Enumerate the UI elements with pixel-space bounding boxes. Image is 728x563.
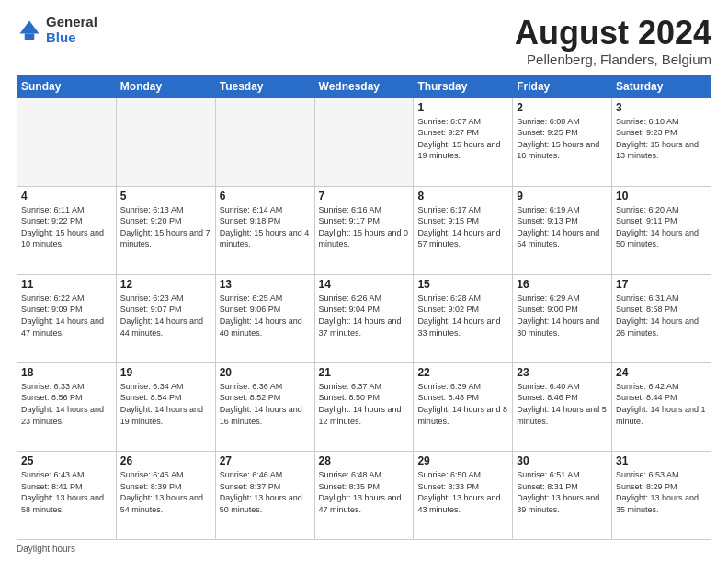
calendar-day-cell: 11Sunrise: 6:22 AM Sunset: 9:09 PM Dayli… (17, 274, 117, 362)
day-number: 27 (220, 454, 311, 467)
title-section: August 2024 Pellenberg, Flanders, Belgiu… (515, 15, 711, 67)
day-of-week-header: Saturday (612, 75, 711, 98)
calendar-day-cell: 31Sunrise: 6:53 AM Sunset: 8:29 PM Dayli… (612, 451, 711, 539)
day-info: Sunrise: 6:20 AM Sunset: 9:11 PM Dayligh… (616, 204, 707, 250)
day-info: Sunrise: 6:48 AM Sunset: 8:35 PM Dayligh… (319, 469, 410, 515)
day-number: 25 (21, 454, 112, 467)
calendar-day-cell: 1Sunrise: 6:07 AM Sunset: 9:27 PM Daylig… (414, 98, 513, 186)
svg-marker-0 (20, 20, 40, 33)
calendar-day-cell: 17Sunrise: 6:31 AM Sunset: 8:58 PM Dayli… (612, 274, 711, 362)
day-info: Sunrise: 6:28 AM Sunset: 9:02 PM Dayligh… (417, 293, 508, 339)
calendar-day-cell (116, 98, 215, 186)
day-number: 24 (616, 366, 707, 379)
day-info: Sunrise: 6:26 AM Sunset: 9:04 PM Dayligh… (319, 293, 410, 339)
calendar-day-cell: 9Sunrise: 6:19 AM Sunset: 9:13 PM Daylig… (513, 186, 612, 274)
calendar-day-cell: 30Sunrise: 6:51 AM Sunset: 8:31 PM Dayli… (513, 451, 612, 539)
calendar-week-row: 4Sunrise: 6:11 AM Sunset: 9:22 PM Daylig… (17, 186, 711, 274)
calendar-day-cell: 7Sunrise: 6:16 AM Sunset: 9:17 PM Daylig… (314, 186, 414, 274)
day-number: 23 (517, 366, 608, 379)
day-number: 3 (616, 101, 707, 114)
page: General Blue August 2024 Pellenberg, Fla… (0, 0, 728, 563)
top-section: General Blue August 2024 Pellenberg, Fla… (17, 15, 711, 67)
calendar-title: August 2024 (515, 15, 711, 52)
day-info: Sunrise: 6:51 AM Sunset: 8:31 PM Dayligh… (517, 469, 608, 515)
day-number: 5 (120, 190, 211, 202)
logo-general-text: General (46, 15, 97, 30)
calendar-day-cell: 23Sunrise: 6:40 AM Sunset: 8:46 PM Dayli… (513, 362, 612, 451)
calendar-day-cell: 19Sunrise: 6:34 AM Sunset: 8:54 PM Dayli… (116, 362, 215, 451)
calendar-header-row: SundayMondayTuesdayWednesdayThursdayFrid… (17, 75, 711, 98)
day-number: 1 (417, 101, 508, 114)
day-info: Sunrise: 6:31 AM Sunset: 8:58 PM Dayligh… (616, 293, 707, 339)
day-number: 26 (120, 454, 211, 467)
day-info: Sunrise: 6:22 AM Sunset: 9:09 PM Dayligh… (21, 293, 112, 339)
day-number: 6 (220, 190, 311, 202)
day-info: Sunrise: 6:08 AM Sunset: 9:25 PM Dayligh… (517, 116, 608, 162)
day-number: 18 (21, 366, 112, 379)
calendar-day-cell: 6Sunrise: 6:14 AM Sunset: 9:18 PM Daylig… (215, 186, 314, 274)
calendar-day-cell (215, 98, 314, 186)
day-info: Sunrise: 6:37 AM Sunset: 8:50 PM Dayligh… (319, 381, 410, 427)
calendar-day-cell: 28Sunrise: 6:48 AM Sunset: 8:35 PM Dayli… (314, 451, 414, 539)
calendar-week-row: 1Sunrise: 6:07 AM Sunset: 9:27 PM Daylig… (17, 98, 711, 186)
day-number: 21 (319, 366, 410, 379)
day-number: 17 (616, 278, 707, 291)
day-number: 22 (417, 366, 508, 379)
day-info: Sunrise: 6:16 AM Sunset: 9:17 PM Dayligh… (319, 204, 410, 250)
day-info: Sunrise: 6:33 AM Sunset: 8:56 PM Dayligh… (21, 381, 112, 427)
day-info: Sunrise: 6:34 AM Sunset: 8:54 PM Dayligh… (120, 381, 211, 427)
svg-rect-1 (25, 33, 35, 40)
calendar-day-cell: 5Sunrise: 6:13 AM Sunset: 9:20 PM Daylig… (116, 186, 215, 274)
calendar-day-cell: 3Sunrise: 6:10 AM Sunset: 9:23 PM Daylig… (612, 98, 711, 186)
calendar-day-cell: 20Sunrise: 6:36 AM Sunset: 8:52 PM Dayli… (215, 362, 314, 451)
calendar-day-cell: 15Sunrise: 6:28 AM Sunset: 9:02 PM Dayli… (414, 274, 513, 362)
logo: General Blue (17, 15, 97, 45)
calendar-day-cell (314, 98, 414, 186)
day-number: 13 (220, 278, 311, 291)
day-info: Sunrise: 6:07 AM Sunset: 9:27 PM Dayligh… (417, 116, 508, 162)
day-of-week-header: Thursday (414, 75, 513, 98)
day-info: Sunrise: 6:43 AM Sunset: 8:41 PM Dayligh… (21, 469, 112, 515)
day-info: Sunrise: 6:46 AM Sunset: 8:37 PM Dayligh… (220, 469, 311, 515)
calendar-table: SundayMondayTuesdayWednesdayThursdayFrid… (17, 75, 711, 540)
day-info: Sunrise: 6:42 AM Sunset: 8:44 PM Dayligh… (616, 381, 707, 427)
day-info: Sunrise: 6:11 AM Sunset: 9:22 PM Dayligh… (21, 204, 112, 250)
calendar-week-row: 18Sunrise: 6:33 AM Sunset: 8:56 PM Dayli… (17, 362, 711, 451)
day-of-week-header: Sunday (17, 75, 117, 98)
day-info: Sunrise: 6:14 AM Sunset: 9:18 PM Dayligh… (220, 204, 311, 250)
day-number: 31 (616, 454, 707, 467)
day-number: 19 (120, 366, 211, 379)
day-info: Sunrise: 6:50 AM Sunset: 8:33 PM Dayligh… (417, 469, 508, 515)
calendar-day-cell: 18Sunrise: 6:33 AM Sunset: 8:56 PM Dayli… (17, 362, 117, 451)
calendar-day-cell: 10Sunrise: 6:20 AM Sunset: 9:11 PM Dayli… (612, 186, 711, 274)
calendar-day-cell: 21Sunrise: 6:37 AM Sunset: 8:50 PM Dayli… (314, 362, 414, 451)
day-info: Sunrise: 6:29 AM Sunset: 9:00 PM Dayligh… (517, 293, 608, 339)
day-number: 2 (517, 101, 608, 114)
day-of-week-header: Friday (513, 75, 612, 98)
calendar-day-cell: 2Sunrise: 6:08 AM Sunset: 9:25 PM Daylig… (513, 98, 612, 186)
day-info: Sunrise: 6:36 AM Sunset: 8:52 PM Dayligh… (220, 381, 311, 427)
day-number: 10 (616, 190, 707, 202)
logo-blue-text: Blue (46, 30, 97, 46)
calendar-day-cell: 22Sunrise: 6:39 AM Sunset: 8:48 PM Dayli… (414, 362, 513, 451)
day-number: 9 (517, 190, 608, 202)
calendar-day-cell: 8Sunrise: 6:17 AM Sunset: 9:15 PM Daylig… (414, 186, 513, 274)
day-number: 4 (21, 190, 112, 202)
calendar-day-cell: 24Sunrise: 6:42 AM Sunset: 8:44 PM Dayli… (612, 362, 711, 451)
day-of-week-header: Wednesday (314, 75, 414, 98)
day-number: 7 (319, 190, 410, 202)
footer-note: Daylight hours (17, 544, 711, 554)
day-info: Sunrise: 6:53 AM Sunset: 8:29 PM Dayligh… (616, 469, 707, 515)
day-number: 12 (120, 278, 211, 291)
day-info: Sunrise: 6:13 AM Sunset: 9:20 PM Dayligh… (120, 204, 211, 250)
day-info: Sunrise: 6:39 AM Sunset: 8:48 PM Dayligh… (417, 381, 508, 427)
day-number: 11 (21, 278, 112, 291)
calendar-day-cell: 12Sunrise: 6:23 AM Sunset: 9:07 PM Dayli… (116, 274, 215, 362)
day-info: Sunrise: 6:19 AM Sunset: 9:13 PM Dayligh… (517, 204, 608, 250)
day-number: 8 (417, 190, 508, 202)
day-info: Sunrise: 6:40 AM Sunset: 8:46 PM Dayligh… (517, 381, 608, 427)
daylight-hours-label: Daylight hours (17, 544, 75, 554)
day-of-week-header: Monday (116, 75, 215, 98)
calendar-day-cell: 25Sunrise: 6:43 AM Sunset: 8:41 PM Dayli… (17, 451, 117, 539)
day-info: Sunrise: 6:45 AM Sunset: 8:39 PM Dayligh… (120, 469, 211, 515)
